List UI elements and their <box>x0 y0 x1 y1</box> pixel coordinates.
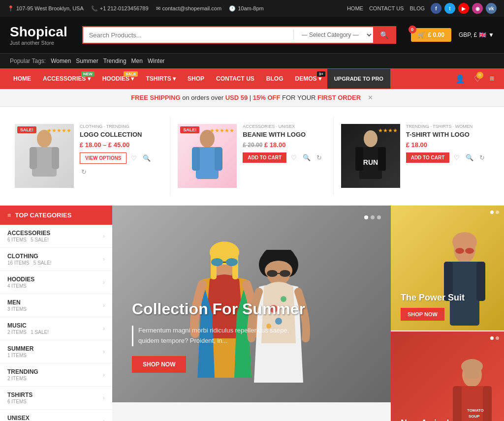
svg-rect-10 <box>355 147 363 171</box>
nav-accessories[interactable]: ACCESSORIES ▾ NEW <box>37 68 96 89</box>
facebook-icon[interactable]: f <box>431 3 441 14</box>
side-banner-power-suit: The Power Suit SHOP NOW <box>391 206 504 331</box>
search-input[interactable] <box>83 27 293 43</box>
side-dot-3[interactable] <box>490 336 494 340</box>
search-button[interactable]: 🔍 <box>373 27 395 43</box>
side-banner-bottom-content: New Arrivals GET IT NOW!! <box>401 418 454 421</box>
banner-text: Collection For Summer Fermentum magni mo… <box>132 300 305 373</box>
currency-selector[interactable]: GBP, £ 🇬🇧 ▼ <box>459 31 494 38</box>
promo-amount: USD 59 <box>225 94 248 101</box>
sidebar-item-men[interactable]: MEN 3 ITEMS › <box>0 294 112 317</box>
topnav-home[interactable]: HOME <box>347 5 363 11</box>
nav-home[interactable]: HOME <box>7 68 37 89</box>
product-wishlist-button-3[interactable]: ♡ <box>452 152 461 163</box>
product-search-button-2[interactable]: 🔍 <box>301 152 312 163</box>
nav-hoodies-badge: SALE <box>124 71 138 77</box>
sidebar-item-hoodies[interactable]: HOODIES 4 ITEMS › <box>0 271 112 294</box>
nav-demos[interactable]: DEMOS ▾ 3+ <box>289 68 327 89</box>
product-compare-button-2[interactable]: ↻ <box>315 152 323 163</box>
product-wishlist-button-1[interactable]: ♡ <box>129 153 138 163</box>
svg-point-19 <box>226 258 238 266</box>
product-sale-badge-2: SALE! <box>180 126 199 133</box>
chevron-right-icon-3: › <box>103 279 105 286</box>
sidebar-item-music[interactable]: MUSIC 2 ITEMS 1 SALE! › <box>0 317 112 340</box>
product-view-button-1[interactable]: VIEW OPTIONS <box>80 152 126 164</box>
svg-point-31 <box>280 270 290 277</box>
cart-button[interactable]: 0 🛒 £ 0.00 <box>411 28 451 42</box>
product-figure-1 <box>22 126 66 185</box>
cat-count-music: 2 ITEMS 1 SALE! <box>7 330 49 335</box>
sidebar-item-tshirts[interactable]: TSHIRTS 6 ITEMS › <box>0 387 112 410</box>
side-dot-2[interactable] <box>496 210 499 214</box>
product-cart-button-2[interactable]: ADD TO CART <box>243 152 286 163</box>
promo-close-button[interactable]: ✕ <box>368 94 373 101</box>
side-dot-4[interactable] <box>496 336 499 340</box>
tag-summer[interactable]: Summer <box>76 58 98 64</box>
nav-blog[interactable]: BLOG <box>260 68 289 89</box>
instagram-icon[interactable]: ◉ <box>472 3 483 14</box>
side-banner-bottom-dots <box>490 336 499 340</box>
address: 📍 107-95 West Brooklyn, USA <box>7 5 84 12</box>
twitter-icon[interactable]: t <box>444 3 455 14</box>
sidebar-item-trending[interactable]: TRENDING 2 ITEMS › <box>0 363 112 387</box>
topnav-blog[interactable]: BLOG <box>410 5 425 11</box>
side-banner-new-arrivals: TOMATO SOUP New Arrivals GET IT NOW!! <box>391 331 504 421</box>
nav-tshirts[interactable]: TSHIRTS ▾ <box>140 68 182 89</box>
chevron-right-icon: › <box>103 233 105 240</box>
nav-right: 👤 ♡ 0 ≡ <box>453 72 497 86</box>
chevron-right-icon-7: › <box>103 371 105 378</box>
location-icon: 📍 <box>7 5 14 12</box>
side-banner-bottom-bg: TOMATO SOUP <box>391 331 504 421</box>
banner-shop-now-button[interactable]: SHOP NOW <box>132 356 186 373</box>
promo-free-shipping: FREE SHIPPING <box>131 94 180 101</box>
category-select[interactable]: — Select Category — Accessories Clothing… <box>294 27 373 43</box>
clock-icon: 🕐 <box>229 5 236 12</box>
sidebar-item-unisex[interactable]: UNISEX 2 ITEMS 1 SALE! › <box>0 410 112 421</box>
topnav-contact[interactable]: CONTACT US <box>369 5 404 11</box>
tag-men[interactable]: Men <box>131 58 143 64</box>
new-arrivals-figure: TOMATO SOUP <box>396 358 504 421</box>
nav-hoodies[interactable]: HOODIES ▾ SALE <box>96 68 140 89</box>
nav-menu-icon[interactable]: ≡ <box>487 72 497 86</box>
vk-icon[interactable]: vk <box>486 3 497 14</box>
promo-sep: | <box>250 94 253 101</box>
slider-dot-2[interactable] <box>371 215 375 219</box>
side-dot-1[interactable] <box>490 210 494 214</box>
slider-dot-3[interactable] <box>377 215 381 219</box>
product-search-button-1[interactable]: 🔍 <box>141 153 152 163</box>
nav-demos-badge: 3+ <box>317 71 325 77</box>
nav-shop[interactable]: SHOP <box>182 68 210 89</box>
nav-wishlist-icon[interactable]: ♡ 0 <box>472 72 483 86</box>
sidebar-item-clothing[interactable]: CLOTHING 16 ITEMS 5 SALE! › <box>0 248 112 271</box>
product-search-button-3[interactable]: 🔍 <box>464 152 475 163</box>
tag-trending[interactable]: Trending <box>103 58 126 64</box>
tag-winter[interactable]: Winter <box>148 58 165 64</box>
svg-point-30 <box>267 270 278 277</box>
product-wishlist-button-2[interactable]: ♡ <box>289 152 298 163</box>
cat-count-trending: 2 ITEMS <box>7 376 38 381</box>
nav-contact[interactable]: CONTACT US <box>210 68 260 89</box>
cat-count-hoodies: 4 ITEMS <box>7 283 34 289</box>
product-category-2: ACCESSORIES · UNISEX <box>243 124 325 129</box>
nav-upgrade[interactable]: UPGRADE TO PRO <box>327 69 390 89</box>
tag-women[interactable]: Women <box>51 58 71 64</box>
cat-name-accessories: ACCESSORIES <box>7 230 50 237</box>
main-nav: HOME ACCESSORIES ▾ NEW HOODIES ▾ SALE TS… <box>0 68 504 89</box>
youtube-icon[interactable]: ▶ <box>458 3 469 14</box>
side-banner-shop-now-button[interactable]: SHOP NOW <box>401 308 444 321</box>
nav-wishlist-badge: 0 <box>476 72 483 79</box>
social-icons: f t ▶ ◉ vk <box>431 3 497 14</box>
sidebar-item-summer[interactable]: SUMMER 1 ITEMS › <box>0 340 112 363</box>
slider-dot-1[interactable] <box>364 215 368 219</box>
product-category-1: CLOTHING · TRENDING <box>80 124 162 129</box>
product-compare-button-1[interactable]: ↻ <box>80 167 88 177</box>
svg-point-47 <box>461 359 483 374</box>
nav-accessories-badge: NEW <box>81 71 94 77</box>
product-cart-button-3[interactable]: ADD TO CART <box>406 152 450 163</box>
product-compare-button-3[interactable]: ↻ <box>478 152 486 163</box>
sidebar-item-accessories[interactable]: ACCESSORIES 6 ITEMS 5 SALE! › <box>0 225 112 248</box>
nav-user-icon[interactable]: 👤 <box>453 72 468 86</box>
svg-rect-11 <box>378 147 386 171</box>
svg-rect-6 <box>192 147 200 171</box>
svg-text:TOMATO: TOMATO <box>467 408 484 413</box>
